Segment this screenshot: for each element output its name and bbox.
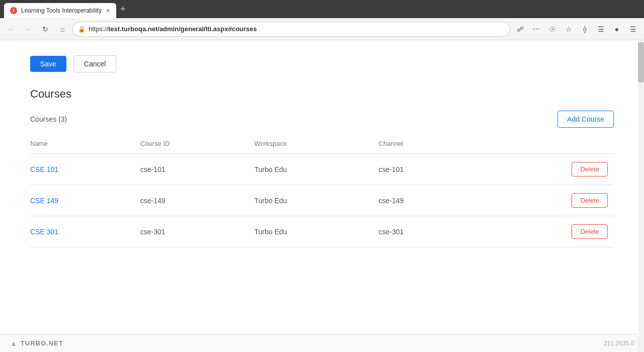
- delete-button-1[interactable]: Delete: [572, 193, 608, 208]
- cell-channel: cse-101: [379, 154, 479, 185]
- add-course-button[interactable]: Add Course: [557, 111, 614, 128]
- url-text: https://test.turboqa.net/admin/general/l…: [89, 25, 257, 33]
- url-path: /admin/general/lti.aspx#courses: [157, 25, 257, 33]
- scrollbar-track[interactable]: [638, 40, 644, 332]
- nav-right-icons: ☍ ⋯ ☉ ☆ ⟠ ☰ ● ☰: [513, 22, 640, 36]
- section-title: Courses: [30, 87, 614, 101]
- course-link-1[interactable]: CSE 149: [30, 197, 58, 205]
- cell-channel: cse-149: [379, 185, 479, 216]
- menu-icon[interactable]: ☰: [626, 22, 640, 36]
- cell-course-id: cse-149: [140, 185, 255, 216]
- course-link-0[interactable]: CSE 101: [30, 165, 58, 173]
- table-header-row: Name Course ID Workspace Channel: [30, 136, 614, 154]
- forward-button[interactable]: →: [21, 22, 35, 36]
- courses-count: Courses (3): [30, 115, 67, 123]
- save-button[interactable]: Save: [30, 56, 66, 72]
- table-row: CSE 301 cse-301 Turbo Edu cse-301 Delete: [30, 216, 614, 247]
- cell-course-id: cse-301: [140, 216, 255, 247]
- active-tab[interactable]: T Learning Tools Interoperability ✕: [4, 3, 116, 18]
- shield-icon[interactable]: ☉: [545, 22, 559, 36]
- cell-action: Delete: [478, 185, 614, 216]
- courses-header: Courses (3) Add Course: [30, 111, 614, 128]
- cell-name: CSE 149: [30, 185, 140, 216]
- library-icon[interactable]: ⟠: [578, 22, 592, 36]
- col-course-id: Course ID: [140, 136, 255, 154]
- cell-action: Delete: [478, 216, 614, 247]
- courses-section: Courses Courses (3) Add Course Name Cour…: [30, 87, 614, 247]
- url-host: test.turboqa.net: [108, 25, 157, 33]
- cell-channel: cse-301: [379, 216, 479, 247]
- courses-table: Name Course ID Workspace Channel CSE 101…: [30, 136, 614, 247]
- back-button[interactable]: ←: [4, 22, 18, 36]
- address-bar[interactable]: 🔒 https://test.turboqa.net/admin/general…: [72, 22, 510, 37]
- page-content: Save Cancel Courses Courses (3) Add Cour…: [0, 40, 644, 332]
- delete-button-2[interactable]: Delete: [572, 224, 608, 239]
- tab-favicon: T: [10, 7, 17, 14]
- tab-close-button[interactable]: ✕: [106, 8, 110, 14]
- nav-bar: ← → ↻ ⌂ 🔒 https://test.turboqa.net/admin…: [0, 18, 644, 40]
- cell-workspace: Turbo Edu: [254, 216, 378, 247]
- reading-list-icon[interactable]: ☰: [594, 22, 608, 36]
- col-name: Name: [30, 136, 140, 154]
- cell-workspace: Turbo Edu: [254, 185, 378, 216]
- security-icon: 🔒: [78, 26, 86, 33]
- course-link-2[interactable]: CSE 301: [30, 228, 58, 236]
- reader-mode-icon[interactable]: ☍: [513, 22, 527, 36]
- scrollbar-thumb[interactable]: [638, 42, 644, 82]
- cell-course-id: cse-101: [140, 154, 255, 185]
- bookmark-icon[interactable]: ☆: [561, 22, 576, 36]
- tab-bar: T Learning Tools Interoperability ✕ +: [0, 0, 644, 18]
- cell-name: CSE 301: [30, 216, 140, 247]
- new-tab-button[interactable]: +: [116, 4, 130, 15]
- cell-name: CSE 101: [30, 154, 140, 185]
- cancel-button[interactable]: Cancel: [73, 55, 117, 72]
- home-button[interactable]: ⌂: [55, 22, 69, 36]
- more-options-icon[interactable]: ⋯: [529, 22, 543, 36]
- table-row: CSE 101 cse-101 Turbo Edu cse-101 Delete: [30, 154, 614, 185]
- col-channel: Channel: [379, 136, 479, 154]
- cell-workspace: Turbo Edu: [254, 154, 378, 185]
- cell-action: Delete: [478, 154, 614, 185]
- reload-button[interactable]: ↻: [38, 22, 52, 36]
- table-row: CSE 149 cse-149 Turbo Edu cse-149 Delete: [30, 185, 614, 216]
- tab-title: Learning Tools Interoperability: [21, 7, 102, 14]
- delete-button-0[interactable]: Delete: [572, 162, 608, 177]
- form-actions: Save Cancel: [30, 55, 614, 72]
- col-actions: [478, 136, 614, 154]
- col-workspace: Workspace: [254, 136, 378, 154]
- account-icon[interactable]: ●: [610, 22, 624, 36]
